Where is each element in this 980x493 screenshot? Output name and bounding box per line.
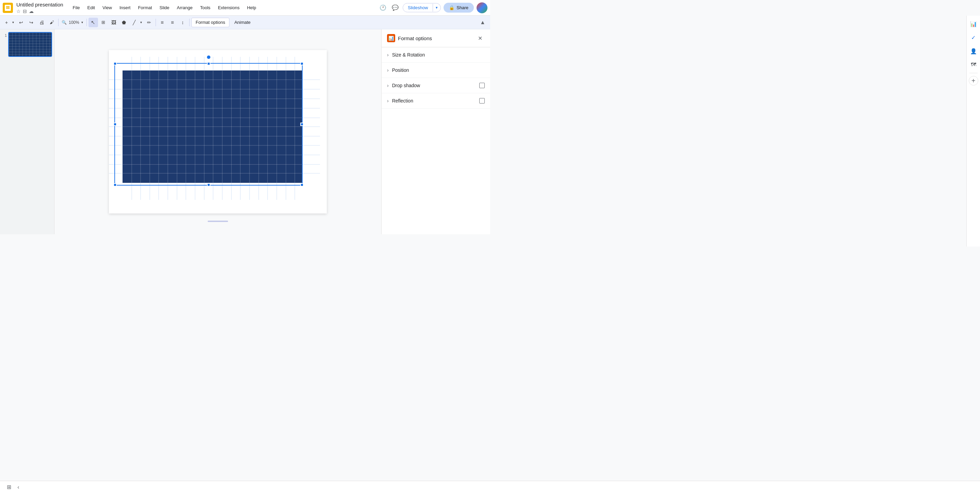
reflection-section[interactable]: › Reflection <box>382 93 490 109</box>
cursor-button[interactable]: ↖ <box>89 18 98 27</box>
chart-v-lines <box>132 70 295 183</box>
chart-h-lines <box>123 80 302 173</box>
zoom-dropdown[interactable]: ▾ <box>80 18 85 27</box>
slide-panel: 1 <box>0 29 54 234</box>
cloud-save-icon: ☁ <box>29 8 34 14</box>
menu-insert[interactable]: Insert <box>116 4 134 11</box>
share-button[interactable]: 🔒 Share <box>444 3 474 13</box>
zoom-button[interactable]: 🔍 <box>60 18 68 27</box>
handle-rotation[interactable] <box>207 56 210 59</box>
menu-tools[interactable]: Tools <box>197 4 214 11</box>
slide-canvas[interactable] <box>109 50 327 213</box>
star-icon[interactable]: ☆ <box>16 8 21 14</box>
size-rotation-section[interactable]: › Size & Rotation <box>382 47 490 63</box>
share-label: Share <box>457 5 468 10</box>
user-avatar[interactable] <box>477 2 487 13</box>
lock-icon: 🔒 <box>449 5 454 10</box>
size-rotation-chevron: › <box>387 52 389 57</box>
menu-view[interactable]: View <box>99 4 115 11</box>
title-area: Untitled presentation ☆ ⊟ ☁ <box>16 2 63 14</box>
top-bar: Untitled presentation ☆ ⊟ ☁ File Edit Vi… <box>0 0 490 16</box>
main-layout: 1 <box>0 29 490 234</box>
slide-thumb-container-1: 1 <box>2 32 52 57</box>
align-button[interactable]: ≡ <box>158 18 167 27</box>
print-button[interactable]: 🖨 <box>37 18 46 27</box>
document-title[interactable]: Untitled presentation <box>16 2 63 8</box>
chart-ext-h-lines <box>109 80 320 173</box>
drop-shadow-checkbox[interactable] <box>479 83 485 88</box>
handle-top-right[interactable] <box>300 62 304 65</box>
handle-bottom-right[interactable] <box>300 183 304 186</box>
handle-right-center[interactable] <box>300 122 304 126</box>
position-chevron: › <box>387 67 389 73</box>
slideshow-button-group: Slideshow ▾ <box>402 3 441 12</box>
line-button-group: ╱ ▾ <box>129 18 144 27</box>
history-button[interactable]: 🕐 <box>378 3 388 13</box>
menu-slide[interactable]: Slide <box>156 4 173 11</box>
toolbar-divider-3 <box>156 19 156 26</box>
chart-body <box>123 70 302 183</box>
menu-help[interactable]: Help <box>244 4 260 11</box>
comment-button[interactable]: 💬 <box>390 3 400 13</box>
slide-thumbnail-1[interactable] <box>8 32 52 57</box>
position-section[interactable]: › Position <box>382 63 490 78</box>
menu-file[interactable]: File <box>70 4 83 11</box>
toolbar-divider-4 <box>189 19 189 26</box>
handle-top-center[interactable] <box>207 62 210 65</box>
menu-bar: File Edit View Insert Format Slide Arran… <box>68 4 261 11</box>
menu-extensions[interactable]: Extensions <box>215 4 243 11</box>
toolbar-collapse-button[interactable]: ▲ <box>478 18 487 27</box>
add-button-group: + ▾ <box>3 18 16 27</box>
selection-overlay <box>115 63 302 186</box>
menu-edit[interactable]: Edit <box>84 4 99 11</box>
handle-bottom-center[interactable] <box>207 183 210 186</box>
slideshow-button[interactable]: Slideshow <box>403 3 433 12</box>
animate-button[interactable]: Animate <box>230 18 255 27</box>
add-dropdown[interactable]: ▾ <box>10 18 16 27</box>
toolbar-divider-2 <box>86 19 87 26</box>
drop-shadow-section[interactable]: › Drop shadow <box>382 78 490 93</box>
slideshow-dropdown-button[interactable]: ▾ <box>433 4 441 11</box>
undo-button[interactable]: ↩ <box>16 18 26 27</box>
shape-button[interactable]: ⬟ <box>119 18 129 27</box>
handle-bottom-left[interactable] <box>113 183 117 186</box>
close-panel-button[interactable]: ✕ <box>475 33 485 43</box>
position-label: Position <box>392 67 485 73</box>
menu-format[interactable]: Format <box>134 4 155 11</box>
app-logo <box>3 3 13 13</box>
panel-chart-icon: 📊 <box>387 34 395 42</box>
zoom-value-button[interactable]: 100% <box>68 18 80 27</box>
drop-shadow-label: Drop shadow <box>392 83 479 88</box>
format-options-button[interactable]: Format options <box>191 18 230 27</box>
redo-button[interactable]: ↪ <box>27 18 36 27</box>
size-rotation-label: Size & Rotation <box>392 52 485 57</box>
add-button[interactable]: + <box>3 18 10 27</box>
slide-thumb-grid <box>9 33 51 56</box>
chart-svg <box>109 50 327 213</box>
scroll-indicator <box>208 221 228 222</box>
pen-button[interactable]: ✏ <box>144 18 154 27</box>
select-button[interactable]: ⊞ <box>99 18 108 27</box>
menu-arrange[interactable]: Arrange <box>173 4 196 11</box>
top-right: 🕐 💬 Slideshow ▾ 🔒 Share <box>378 2 487 13</box>
app-logo-inner <box>5 5 11 11</box>
bullet-button[interactable]: ≡ <box>168 18 177 27</box>
panel-header: 📊 Format options ✕ <box>382 29 490 47</box>
panel-title: Format options <box>398 35 473 41</box>
reflection-checkbox[interactable] <box>479 98 485 103</box>
handle-top-left[interactable] <box>113 62 117 65</box>
canvas-area[interactable] <box>54 29 381 234</box>
toolbar: + ▾ ↩ ↪ 🖨 🖌 🔍 100% ▾ ↖ ⊞ 🖼 ⬟ ╱ ▾ ✏ ≡ ≡ ↕… <box>0 16 490 29</box>
chart-ext-v-lines <box>132 57 295 200</box>
handle-left-center[interactable] <box>113 122 117 126</box>
line-dropdown[interactable]: ▾ <box>139 18 144 27</box>
line-spacing-button[interactable]: ↕ <box>178 18 188 27</box>
toolbar-divider-1 <box>58 19 59 26</box>
reflection-chevron: › <box>387 98 389 103</box>
slide-number-1: 1 <box>2 33 7 37</box>
zoom-group: 🔍 100% ▾ <box>60 18 85 27</box>
format-paint-button[interactable]: 🖌 <box>47 18 57 27</box>
image-button[interactable]: 🖼 <box>109 18 118 27</box>
folder-icon[interactable]: ⊟ <box>23 8 27 14</box>
line-button[interactable]: ╱ <box>129 18 139 27</box>
